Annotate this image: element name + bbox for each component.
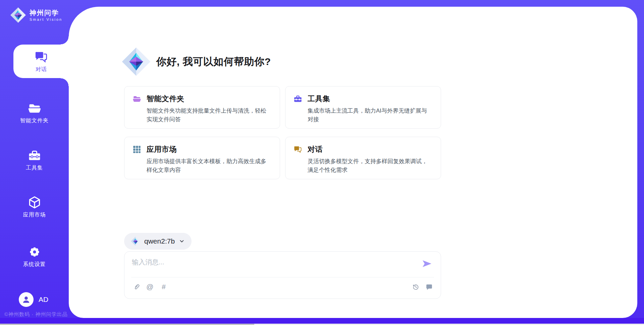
chevron-down-icon <box>179 238 185 244</box>
diamond-logo-icon <box>10 7 26 23</box>
card-desc: 集成市场上主流工具，助力AI与外界无缝扩展与对接 <box>308 107 431 124</box>
attach-icon <box>133 283 140 290</box>
sidebar-item-toolbox[interactable]: 工具集 <box>0 149 69 172</box>
hashtag-icon: # <box>162 283 166 291</box>
tab-fillet-bottom <box>61 78 69 86</box>
tab-fillet-top <box>61 37 69 45</box>
chat-icon <box>34 50 48 64</box>
sidebar-item-label: 工具集 <box>26 165 43 172</box>
send-button[interactable] <box>422 260 432 268</box>
sidebar-item-settings[interactable]: 系统设置 <box>0 245 69 268</box>
sidebar-item-label: 对话 <box>36 66 47 73</box>
sidebar: 神州问学 Smart Vision 对话 智能文件夹 工具集 <box>0 0 69 325</box>
scrollbar-thumb[interactable] <box>0 324 254 325</box>
content-column: 你好, 我可以如何帮助你? 智能文件夹 智能文件夹功能支持批量文件上传与清洗，轻… <box>124 0 441 325</box>
feedback-button[interactable] <box>425 282 433 291</box>
user-name: AD <box>39 296 48 304</box>
card-toolbox[interactable]: 工具集 集成市场上主流工具，助力AI与外界无缝扩展与对接 <box>285 86 441 129</box>
sidebar-item-label: 应用市场 <box>23 211 46 218</box>
hashtag-button[interactable]: # <box>159 282 168 291</box>
sidebar-item-label: 系统设置 <box>23 261 46 268</box>
message-placeholder: 输入消息... <box>132 258 164 266</box>
history-icon <box>412 283 419 290</box>
card-title: 智能文件夹 <box>147 94 184 104</box>
card-title: 应用市场 <box>147 144 177 154</box>
toolbox-icon <box>28 149 41 162</box>
user-chip[interactable]: AD <box>19 292 48 307</box>
person-icon <box>22 295 31 304</box>
avatar <box>19 292 34 307</box>
sidebar-item-label: 智能文件夹 <box>20 117 49 124</box>
brand-subtitle: Smart Vision <box>30 17 62 21</box>
folder-icon <box>132 94 141 103</box>
sidebar-item-smart-folder[interactable]: 智能文件夹 <box>0 102 69 124</box>
card-title: 工具集 <box>308 94 330 104</box>
gear-icon <box>28 245 41 259</box>
briefcase-icon <box>293 94 302 103</box>
diamond-logo-icon <box>131 237 140 246</box>
brand-name: 神州问学 <box>30 9 62 17</box>
message-input[interactable]: 输入消息... <box>132 258 417 275</box>
copyright: ©神州数码 · 神州问学出品 <box>4 311 67 318</box>
brand: 神州问学 Smart Vision <box>10 7 62 23</box>
chat-icon <box>293 145 302 154</box>
diamond-logo-icon <box>121 47 151 76</box>
grid-icon <box>132 145 141 154</box>
model-name: qwen2:7b <box>144 237 175 245</box>
folder-icon <box>28 102 41 115</box>
composer: 输入消息... @ # <box>124 251 441 299</box>
attach-button[interactable] <box>132 282 141 291</box>
card-title: 对话 <box>308 144 323 154</box>
bottom-strip <box>0 318 644 324</box>
cube-icon <box>28 196 41 209</box>
card-desc: 智能文件夹功能支持批量文件上传与清洗，轻松实现文件问答 <box>147 107 270 124</box>
card-desc: 灵活切换多模型文件，支持多样回复效果调试，满足个性化需求 <box>308 157 431 174</box>
sidebar-item-app-market[interactable]: 应用市场 <box>0 196 69 218</box>
history-button[interactable] <box>411 282 420 291</box>
card-chat[interactable]: 对话 灵活切换多模型文件，支持多样回复效果调试，满足个性化需求 <box>285 137 441 179</box>
mention-button[interactable]: @ <box>146 282 154 291</box>
greeting: 你好, 我可以如何帮助你? <box>121 47 271 76</box>
composer-divider <box>131 277 434 277</box>
greeting-text: 你好, 我可以如何帮助你? <box>156 55 271 69</box>
feedback-icon <box>426 283 433 290</box>
card-desc: 应用市场提供丰富长文本模板，助力高效生成多样化文章内容 <box>147 157 270 174</box>
card-app-market[interactable]: 应用市场 应用市场提供丰富长文本模板，助力高效生成多样化文章内容 <box>124 137 280 179</box>
sidebar-item-chat[interactable]: 对话 <box>13 45 69 78</box>
mention-icon: @ <box>146 283 153 291</box>
card-smart-folder[interactable]: 智能文件夹 智能文件夹功能支持批量文件上传与清洗，轻松实现文件问答 <box>124 86 280 129</box>
model-selector[interactable]: qwen2:7b <box>124 233 192 250</box>
